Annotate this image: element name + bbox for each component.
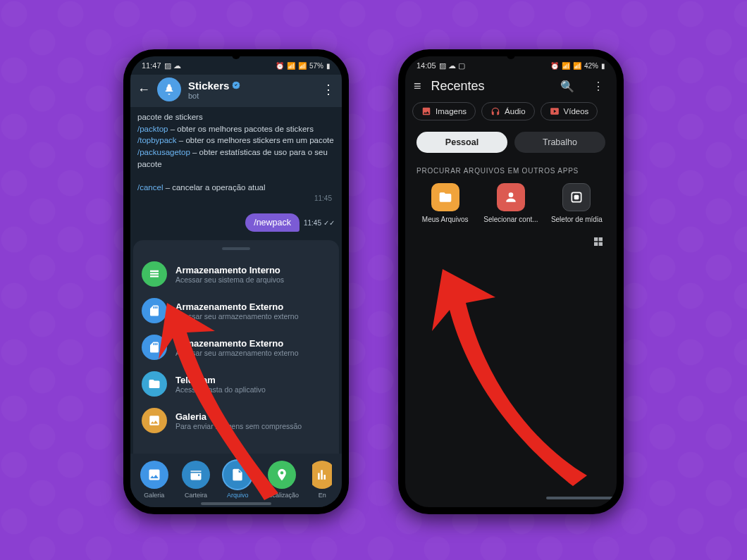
status-battery-icon: ▮ — [601, 62, 605, 70]
section-label: PROCURAR ARQUIVOS EM OUTROS APPS — [405, 160, 617, 179]
attach-more[interactable]: En — [312, 461, 332, 499]
status-time: 14:05 — [416, 61, 436, 70]
camera-notch — [507, 51, 515, 59]
view-toggle-row — [405, 230, 617, 253]
chat-header: ← Stickers bot ⋮ — [130, 75, 342, 107]
cmd-packtop[interactable]: /packtop — [137, 125, 168, 133]
cmd-topbypack[interactable]: /topbypack — [137, 136, 177, 144]
outgoing-bubble: /newpack — [245, 213, 300, 232]
app-select-contact[interactable]: Selecionar cont... — [479, 183, 543, 223]
wallet-icon — [182, 461, 210, 489]
grid-view-icon[interactable] — [593, 236, 604, 247]
phone-frame-right: 14:05 ▨ ☁ ▢ ⏰ 📶 📶 42% ▮ ≡ Recentes — [398, 49, 624, 514]
source-external-storage-2[interactable]: Armazenamento ExternoAcessar seu armazen… — [137, 329, 335, 366]
audio-icon — [490, 106, 500, 116]
status-signal-icon: 📶 — [573, 62, 581, 70]
more-menu-icon[interactable]: ⋮ — [322, 82, 335, 97]
outgoing-time: 11:45 — [304, 219, 321, 227]
folder-icon — [431, 183, 459, 211]
incoming-message: pacote de stickers /packtop – obter os m… — [130, 107, 342, 209]
source-telegram-folder[interactable]: TelegramAcessar pasta do aplicativo — [137, 366, 335, 402]
status-icons-left: ▨ ☁ — [164, 61, 181, 70]
media-picker-icon — [562, 183, 591, 211]
nav-bar-handle[interactable] — [201, 502, 271, 505]
phone-frame-left: 11:47 ▨ ☁ ⏰ 📶 📶 57% ▮ ← — [123, 49, 349, 514]
status-wifi-icon: 📶 — [287, 62, 295, 70]
status-battery: 57% — [309, 62, 323, 70]
attach-toolbar: Galeria Carteira Arquivo Localização — [130, 454, 342, 507]
outgoing-message: /newpack 11:45 ✓✓ — [130, 209, 342, 239]
chip-audio[interactable]: Áudio — [481, 102, 534, 120]
svg-rect-1 — [574, 195, 579, 200]
gallery-icon — [140, 461, 168, 489]
picker-title: Recentes — [431, 79, 485, 94]
status-alarm-icon: ⏰ — [550, 62, 559, 70]
folder-icon — [142, 371, 167, 397]
nav-bar-handle[interactable] — [546, 497, 617, 499]
source-gallery[interactable]: GaleriaPara enviar imagens sem compressã… — [137, 402, 335, 439]
bot-avatar[interactable] — [157, 77, 181, 101]
menu-icon[interactable]: ≡ — [414, 79, 421, 94]
chat-subtitle: bot — [188, 92, 240, 100]
attach-location[interactable]: Localização — [265, 461, 299, 499]
chip-images[interactable]: Imagens — [412, 102, 476, 120]
chart-icon — [312, 461, 332, 489]
app-my-files[interactable]: Meus Arquivos — [414, 183, 477, 223]
search-icon[interactable]: 🔍 — [556, 80, 579, 93]
sheet-handle[interactable] — [222, 247, 250, 250]
file-icon — [223, 461, 252, 489]
back-arrow-icon[interactable]: ← — [137, 82, 150, 97]
internal-storage-icon — [142, 261, 167, 287]
status-wifi-icon: 📶 — [562, 62, 570, 70]
other-apps-row: Meus Arquivos Selecionar cont... Seletor… — [405, 179, 617, 230]
message-time: 11:45 — [137, 194, 335, 207]
attach-wallet[interactable]: Carteira — [182, 461, 210, 499]
status-time: 11:47 — [142, 61, 161, 70]
cmd-packusagetop[interactable]: /packusagetop — [137, 148, 190, 156]
contact-icon — [497, 183, 525, 211]
camera-notch — [232, 51, 240, 59]
attach-file[interactable]: Arquivo — [223, 461, 252, 499]
location-icon — [268, 461, 296, 489]
attach-gallery[interactable]: Galeria — [140, 461, 168, 499]
picker-header: ≡ Recentes 🔍 ⋮ — [405, 75, 617, 98]
status-battery: 42% — [584, 62, 598, 70]
file-source-sheet: Armazenamento InternoAcessar seu sistema… — [133, 240, 339, 454]
source-external-storage-1[interactable]: Armazenamento ExternoAcessar seu armazen… — [137, 292, 335, 329]
msg-text: pacote de stickers — [137, 113, 203, 121]
status-icons-left: ▨ ☁ ▢ — [439, 61, 465, 70]
app-media-picker[interactable]: Seletor de mídia — [545, 183, 608, 223]
read-checks-icon: ✓✓ — [323, 219, 335, 227]
verified-badge-icon — [232, 81, 240, 89]
cmd-cancel[interactable]: /cancel — [137, 183, 163, 192]
tab-personal[interactable]: Pessoal — [416, 132, 507, 153]
source-internal-storage[interactable]: Armazenamento InternoAcessar seu sistema… — [137, 256, 335, 292]
more-menu-icon[interactable]: ⋮ — [588, 80, 608, 93]
profile-tabs: Pessoal Trabalho — [405, 125, 617, 160]
status-battery-icon: ▮ — [326, 62, 331, 70]
image-icon — [421, 106, 431, 116]
tab-work[interactable]: Trabalho — [514, 132, 605, 153]
status-alarm-icon: ⏰ — [276, 62, 284, 70]
video-icon — [550, 106, 560, 116]
sd-card-icon — [142, 298, 167, 323]
chat-title[interactable]: Stickers — [188, 80, 229, 92]
sd-card-icon — [142, 335, 167, 360]
image-icon — [142, 408, 167, 433]
filter-chips: Imagens Áudio Vídeos — [405, 98, 617, 125]
status-signal-icon: 📶 — [298, 62, 307, 70]
chip-videos[interactable]: Vídeos — [541, 102, 598, 120]
